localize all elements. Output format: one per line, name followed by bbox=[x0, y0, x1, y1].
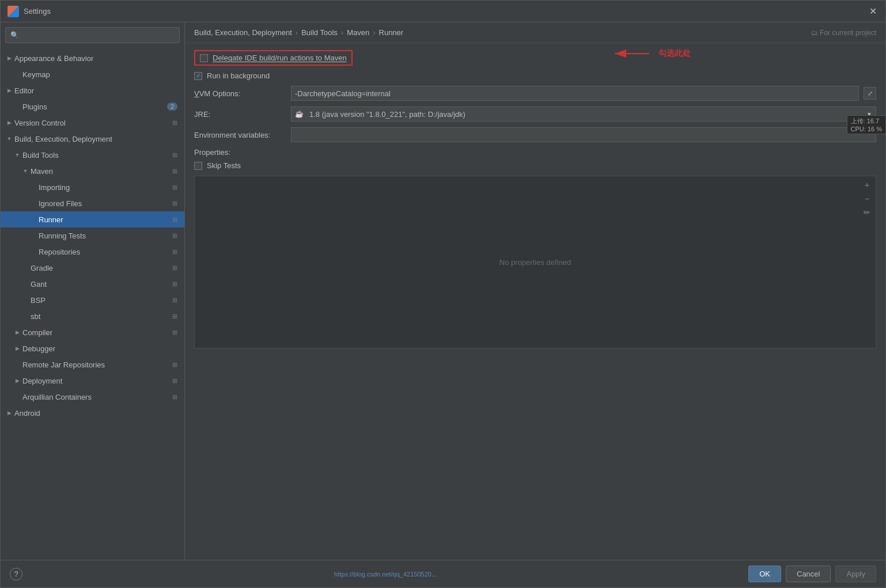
ok-button[interactable]: OK bbox=[748, 566, 781, 582]
sidebar-item-plugins[interactable]: Plugins 2 bbox=[1, 98, 184, 115]
run-background-checkbox-wrapper: Run in background bbox=[194, 71, 270, 80]
properties-section: Properties: Skip Tests No properties def… bbox=[194, 148, 876, 348]
jre-row: JRE: ☕ 1.8 (java version "1.8.0_221", pa… bbox=[194, 107, 876, 122]
sidebar-item-repositories[interactable]: Repositories ⊞ bbox=[1, 244, 184, 260]
sidebar-item-label: Appearance & Behavior bbox=[14, 54, 180, 63]
properties-label: Properties: bbox=[194, 148, 876, 157]
delegate-checkbox[interactable] bbox=[200, 54, 208, 62]
env-vars-label: Environment variables: bbox=[194, 131, 286, 139]
search-icon: 🔍 bbox=[10, 31, 19, 39]
run-background-label: Run in background bbox=[207, 71, 270, 80]
sidebar-item-gant[interactable]: Gant ⊞ bbox=[1, 276, 184, 292]
project-icon: 🗂 bbox=[811, 29, 818, 37]
annotation-wrapper: 勾选此处 bbox=[609, 45, 691, 62]
sidebar-item-ignored-files[interactable]: Ignored Files ⊞ bbox=[1, 195, 184, 211]
sidebar-item-label: Android bbox=[14, 409, 180, 418]
vm-options-label: VVM Options: bbox=[194, 89, 286, 98]
copy-icon: ⊞ bbox=[171, 183, 179, 191]
sidebar-item-keymap[interactable]: Keymap bbox=[1, 66, 184, 82]
jre-icon: ☕ bbox=[295, 110, 304, 118]
env-vars-input[interactable] bbox=[291, 127, 876, 142]
title-bar: Settings ✕ bbox=[1, 1, 885, 22]
breadcrumb-sep2: › bbox=[341, 28, 343, 37]
sidebar-item-gradle[interactable]: Gradle ⊞ bbox=[1, 260, 184, 276]
sidebar-item-bsp[interactable]: BSP ⊞ bbox=[1, 292, 184, 308]
arrow-spacer bbox=[13, 103, 21, 111]
sidebar-item-label: Keymap bbox=[22, 70, 180, 79]
sidebar-item-running-tests[interactable]: Running Tests ⊞ bbox=[1, 227, 184, 244]
jre-dropdown[interactable]: ☕ 1.8 (java version "1.8.0_221", path: D… bbox=[291, 107, 876, 122]
arrow-spacer bbox=[13, 361, 21, 369]
skip-tests-wrapper: Skip Tests bbox=[194, 161, 241, 170]
copy-icon: ⊞ bbox=[171, 361, 179, 369]
sidebar-item-label: Deployment bbox=[22, 377, 171, 385]
close-button[interactable]: ✕ bbox=[869, 7, 879, 16]
breadcrumb-sep1: › bbox=[296, 28, 298, 37]
sidebar-item-arquillian[interactable]: Arquillian Containers ⊞ bbox=[1, 389, 184, 405]
arrow-icon: ▼ bbox=[21, 167, 29, 175]
sidebar-item-label: BSP bbox=[31, 296, 171, 305]
skip-tests-checkbox[interactable] bbox=[194, 162, 202, 170]
sidebar-item-importing[interactable]: Importing ⊞ bbox=[1, 179, 184, 195]
arrow-icon: ▶ bbox=[5, 409, 13, 417]
sidebar-item-editor[interactable]: ▶ Editor bbox=[1, 82, 184, 98]
sidebar: 🔍 ▶ Appearance & Behavior Keymap ▶ Edit bbox=[1, 22, 185, 560]
footer: ? https://blog.csdn.net/qq_42150520... O… bbox=[1, 560, 885, 587]
sidebar-item-maven[interactable]: ▼ Maven ⊞ bbox=[1, 163, 184, 179]
vm-options-expand-button[interactable]: ⤢ bbox=[864, 87, 876, 100]
main-content: Build, Execution, Deployment › Build Too… bbox=[185, 22, 885, 560]
delegate-row: Delegate IDE build/run actions to Maven bbox=[194, 50, 876, 66]
jre-label: JRE: bbox=[194, 110, 286, 119]
sidebar-item-android[interactable]: ▶ Android bbox=[1, 405, 184, 421]
sidebar-item-runner[interactable]: Runner ⊞ bbox=[1, 211, 184, 227]
settings-panel: Delegate IDE build/run actions to Maven bbox=[185, 43, 885, 560]
window-title: Settings bbox=[24, 7, 869, 16]
sidebar-item-deployment[interactable]: ▶ Deployment ⊞ bbox=[1, 373, 184, 389]
copy-icon: ⊞ bbox=[171, 199, 179, 207]
arrow-spacer bbox=[29, 215, 37, 223]
vm-options-input[interactable] bbox=[291, 86, 859, 101]
properties-area: No properties defined + − ✏ bbox=[194, 176, 876, 348]
sidebar-item-build-tools[interactable]: ▼ Build Tools ⊞ bbox=[1, 147, 184, 163]
help-button[interactable]: ? bbox=[10, 568, 22, 581]
sidebar-item-compiler[interactable]: ▶ Compiler ⊞ bbox=[1, 324, 184, 340]
settings-window: Settings ✕ 🔍 ▶ Appearance & Behavior Key… bbox=[0, 0, 886, 588]
run-background-checkbox[interactable] bbox=[194, 72, 202, 80]
breadcrumb-build-execution: Build, Execution, Deployment bbox=[194, 28, 292, 37]
sidebar-item-version-control[interactable]: ▶ Version Control ⊞ bbox=[1, 115, 184, 131]
sidebar-item-build-execution[interactable]: ▼ Build, Execution, Deployment bbox=[1, 131, 184, 147]
search-input[interactable] bbox=[22, 31, 175, 40]
add-property-button[interactable]: + bbox=[861, 179, 873, 191]
sidebar-item-appearance[interactable]: ▶ Appearance & Behavior bbox=[1, 50, 184, 66]
sidebar-item-label: sbt bbox=[31, 312, 171, 321]
delegate-label: Delegate IDE build/run actions to Maven bbox=[213, 54, 347, 62]
sidebar-item-remote-jar[interactable]: Remote Jar Repositories ⊞ bbox=[1, 356, 184, 373]
skip-tests-row: Skip Tests bbox=[194, 161, 876, 170]
sidebar-item-label: Debugger bbox=[22, 344, 180, 353]
copy-icon: ⊞ bbox=[171, 119, 179, 127]
copy-icon: ⊞ bbox=[171, 167, 179, 175]
sidebar-item-sbt[interactable]: sbt ⊞ bbox=[1, 308, 184, 324]
search-box[interactable]: 🔍 bbox=[5, 27, 180, 43]
sidebar-item-label: Running Tests bbox=[39, 232, 171, 240]
arrow-icon: ▶ bbox=[5, 54, 13, 62]
cancel-button[interactable]: Cancel bbox=[786, 566, 831, 582]
status-panel: 上传: 16.7 CPU: 16 % bbox=[847, 115, 885, 134]
apply-button[interactable]: Apply bbox=[835, 566, 876, 582]
sidebar-item-label: Repositories bbox=[39, 248, 171, 256]
arrow-spacer bbox=[21, 280, 29, 288]
env-vars-row: Environment variables: bbox=[194, 127, 876, 142]
remove-property-button[interactable]: − bbox=[861, 192, 873, 205]
plugins-badge: 2 bbox=[167, 103, 177, 111]
arrow-icon: ▶ bbox=[13, 344, 21, 352]
arrow-icon: ▶ bbox=[13, 328, 21, 336]
properties-toolbar: + − ✏ bbox=[858, 176, 876, 221]
edit-property-button[interactable]: ✏ bbox=[861, 206, 873, 219]
sidebar-item-debugger[interactable]: ▶ Debugger bbox=[1, 340, 184, 356]
delegate-checkbox-row: Delegate IDE build/run actions to Maven bbox=[194, 50, 353, 66]
arrow-spacer bbox=[21, 312, 29, 320]
copy-icon: ⊞ bbox=[171, 296, 179, 304]
app-icon bbox=[7, 6, 19, 17]
sidebar-item-label: Ignored Files bbox=[39, 199, 171, 208]
sidebar-item-label: Gradle bbox=[31, 264, 171, 272]
